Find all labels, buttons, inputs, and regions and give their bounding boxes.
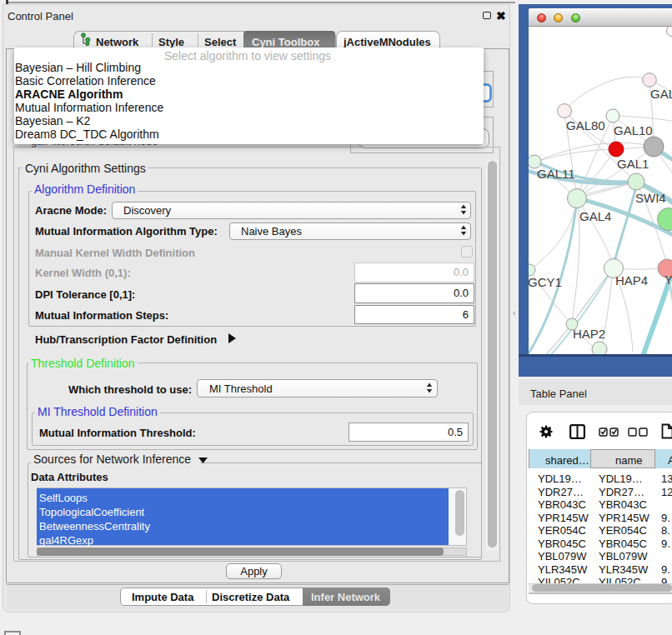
svg-text:SWI4: SWI4 bbox=[635, 191, 666, 205]
svg-text:Y: Y bbox=[664, 272, 672, 287]
svg-text:GAL10: GAL10 bbox=[614, 123, 653, 138]
svg-text:GAL11: GAL11 bbox=[537, 167, 575, 181]
svg-text:HAP2: HAP2 bbox=[573, 327, 605, 341]
svg-text:GAL80: GAL80 bbox=[566, 118, 605, 132]
svg-text:GAL: GAL bbox=[650, 87, 672, 101]
svg-text:HAP4: HAP4 bbox=[615, 273, 648, 288]
svg-text:GAL1: GAL1 bbox=[617, 157, 649, 171]
svg-text:GAL4: GAL4 bbox=[579, 209, 611, 223]
svg-text:GCY1: GCY1 bbox=[529, 275, 562, 289]
